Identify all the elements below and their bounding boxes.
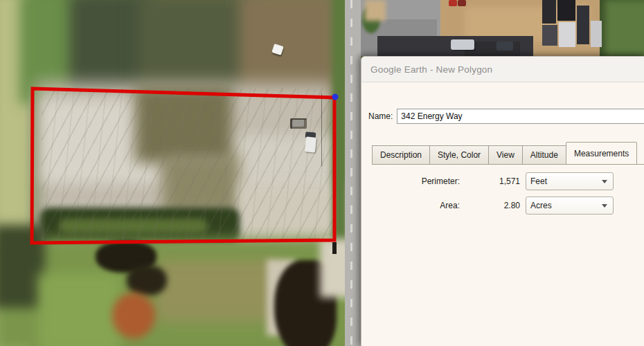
perimeter-value: 1,571 xyxy=(460,172,520,190)
perimeter-unit-selected: Feet xyxy=(530,176,602,186)
name-row: Name: xyxy=(368,109,644,124)
truck-trailer xyxy=(591,21,602,47)
perimeter-label: Perimeter: xyxy=(361,172,460,190)
truck-trailer xyxy=(542,25,557,46)
area-label: Area: xyxy=(361,197,460,215)
dialog-titlebar[interactable]: Google Earth - New Polygon xyxy=(361,57,644,82)
polygon-overlay xyxy=(0,0,361,346)
tab-measurements[interactable]: Measurements xyxy=(566,142,637,165)
chevron-down-icon xyxy=(602,180,607,183)
dialog-title: Google Earth - New Polygon xyxy=(370,64,492,75)
area-value: 2.80 xyxy=(460,197,520,215)
tab-altitude[interactable]: Altitude xyxy=(522,145,566,165)
tab-label: View xyxy=(497,150,515,160)
name-input[interactable] xyxy=(397,109,644,124)
red-car xyxy=(458,0,466,6)
area-unit-selected: Acres xyxy=(530,201,602,210)
truck-trailer xyxy=(542,0,556,24)
tab-view[interactable]: View xyxy=(488,145,522,165)
measurement-polygon[interactable] xyxy=(32,89,334,243)
sand-blob xyxy=(365,0,386,21)
tab-label: Measurements xyxy=(574,149,629,158)
name-label: Name: xyxy=(368,111,393,121)
tab-description[interactable]: Description xyxy=(372,145,429,165)
perimeter-row: Perimeter: 1,571 Feet xyxy=(361,172,619,190)
screen: Google Earth - New Polygon Name: Descrip… xyxy=(0,0,644,346)
tab-style-color[interactable]: Style, Color xyxy=(429,145,488,165)
area-unit-dropdown[interactable]: Acres xyxy=(526,197,614,215)
pickup-truck xyxy=(497,42,513,51)
perimeter-unit-dropdown[interactable]: Feet xyxy=(526,172,614,190)
van xyxy=(451,39,474,50)
truck-trailer xyxy=(557,0,575,21)
tab-label: Style, Color xyxy=(438,150,481,160)
tab-label: Description xyxy=(380,150,422,160)
new-polygon-dialog: Google Earth - New Polygon Name: Descrip… xyxy=(361,56,644,346)
tab-bar: Description Style, Color View Altitude M… xyxy=(372,142,637,165)
dialog-body: Name: Description Style, Color View Alti… xyxy=(361,82,644,346)
area-row: Area: 2.80 Acres xyxy=(361,197,619,215)
truck-trailer xyxy=(577,6,589,44)
chevron-down-icon xyxy=(602,204,607,208)
parking-lot-imagery[interactable] xyxy=(361,0,644,56)
tab-label: Altitude xyxy=(530,150,558,160)
polygon-vertex-handle[interactable] xyxy=(332,94,339,100)
truck-trailer xyxy=(559,22,575,47)
grass-strip xyxy=(600,0,644,56)
red-car xyxy=(449,0,457,6)
